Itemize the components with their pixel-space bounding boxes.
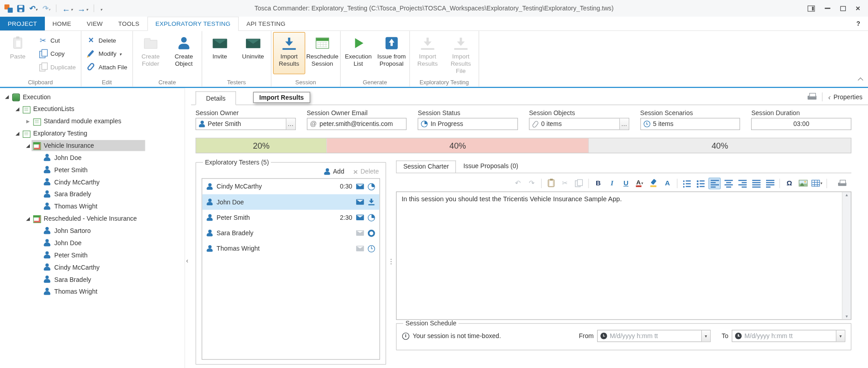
tester-status-icon[interactable]	[368, 245, 375, 252]
cut-icon[interactable]: ✂	[559, 177, 571, 189]
undo-icon[interactable]: ↶	[512, 177, 524, 189]
tree-node[interactable]: John Doe	[0, 237, 184, 249]
panel-splitter[interactable]	[386, 159, 396, 364]
dropdown-button[interactable]	[701, 330, 710, 341]
copy-button[interactable]: Copy	[35, 47, 79, 60]
bold-icon[interactable]: B	[592, 177, 604, 189]
tester-row[interactable]: Cindy McCarthy 0:30	[202, 179, 379, 194]
tester-row[interactable]: Peter Smith 2:30	[202, 210, 379, 225]
mail-icon[interactable]	[356, 230, 364, 236]
bullet-list-icon[interactable]	[681, 177, 693, 189]
tree-node[interactable]: Sara Bradely	[0, 273, 184, 286]
collapse-ribbon-button[interactable]	[857, 76, 864, 82]
minimize-button[interactable]	[825, 8, 830, 9]
tree-node[interactable]: Peter Smith	[0, 249, 184, 261]
scroll-up-icon[interactable]	[845, 193, 849, 197]
expander-icon[interactable]	[24, 119, 32, 124]
justify-icon[interactable]	[750, 177, 762, 189]
tree-node[interactable]: Thomas Wright	[0, 200, 184, 213]
tab-details[interactable]: Details	[196, 91, 236, 105]
attach-file-button[interactable]: Attach File	[83, 60, 130, 73]
session-owner-input[interactable]: Peter Smith	[196, 118, 296, 130]
expander-icon[interactable]	[24, 216, 32, 221]
align-right-icon[interactable]	[736, 177, 748, 189]
expander-icon[interactable]	[14, 131, 21, 136]
import-results-file-button[interactable]: Import Results File	[445, 32, 477, 77]
tree-node[interactable]: Peter Smith	[0, 164, 184, 176]
session-objects-input[interactable]: 0 items	[529, 118, 629, 130]
tab-project[interactable]: PROJECT	[0, 17, 45, 31]
schedule-to-input[interactable]: M/d/yyyy h:mm tt	[732, 330, 845, 342]
expander-icon[interactable]	[3, 94, 10, 100]
font-color-icon[interactable]: A	[634, 177, 646, 189]
mail-icon[interactable]	[356, 184, 364, 189]
schedule-from-input[interactable]: M/d/yyyy h:mm tt	[597, 330, 711, 342]
properties-button[interactable]: Properties	[828, 93, 863, 101]
tree-node[interactable]: Cindy McCarthy	[0, 261, 184, 273]
execution-list-button[interactable]: Execution List	[342, 32, 374, 74]
charter-textarea[interactable]: In this session you should test the Tric…	[396, 192, 851, 320]
tab-session-charter[interactable]: Session Charter	[396, 160, 456, 173]
font-style-icon[interactable]: A	[661, 177, 674, 189]
mail-icon[interactable]	[356, 215, 364, 220]
modify-button[interactable]: Modify	[83, 47, 130, 60]
session-duration-input[interactable]: 03:00	[751, 118, 851, 130]
browse-button[interactable]	[286, 118, 295, 129]
tab-issue-proposals[interactable]: Issue Proposals (0)	[456, 160, 526, 173]
import-results-et-button[interactable]: Import Results	[411, 32, 444, 74]
tree-node[interactable]: Cindy McCarthy	[0, 176, 184, 188]
paste-icon[interactable]	[545, 177, 557, 189]
expander-icon[interactable]	[14, 106, 21, 111]
image-icon[interactable]	[797, 177, 809, 189]
tree-node[interactable]: Thomas Wright	[0, 286, 184, 298]
tree-node[interactable]: Rescheduled - Vehicle Insurance	[0, 213, 184, 225]
italic-icon[interactable]: I	[606, 177, 618, 189]
uninvite-button[interactable]: Uninvite	[237, 32, 269, 74]
tree-node[interactable]: John Doe	[0, 152, 184, 164]
navigate-forward-button[interactable]	[77, 4, 88, 13]
create-object-button[interactable]: Create Object	[168, 32, 200, 74]
tab-tools[interactable]: TOOLS	[111, 17, 147, 31]
issue-from-proposal-button[interactable]: Issue from Proposal	[376, 32, 408, 74]
create-folder-button[interactable]: Create Folder	[135, 32, 167, 74]
session-status-input[interactable]: In Progress	[418, 118, 518, 130]
tester-status-icon[interactable]	[368, 214, 375, 221]
add-tester-button[interactable]: Add	[324, 168, 344, 175]
paste-button[interactable]: Paste	[2, 32, 34, 74]
chevron-down-icon[interactable]	[119, 50, 121, 57]
tab-home[interactable]: HOME	[45, 17, 79, 31]
chevron-down-icon[interactable]	[70, 4, 73, 12]
numbered-list-icon[interactable]	[694, 177, 707, 189]
highlight-icon[interactable]	[647, 177, 660, 189]
cut-button[interactable]: Cut	[35, 34, 79, 46]
reschedule-session-button[interactable]: Reschedule Session	[306, 32, 338, 74]
navigate-back-button[interactable]	[62, 4, 73, 13]
copy-icon[interactable]	[573, 177, 585, 189]
chevron-down-icon[interactable]	[35, 4, 38, 12]
indent-icon[interactable]	[764, 177, 776, 189]
tester-status-icon[interactable]	[368, 199, 375, 206]
tree-node[interactable]: ExecutionLists	[0, 103, 184, 115]
dock-panel-icon[interactable]	[807, 5, 815, 11]
undo-button[interactable]	[29, 4, 38, 12]
expander-icon[interactable]	[24, 143, 32, 148]
help-button[interactable]: ?	[849, 17, 868, 31]
tree-node[interactable]: Exploratory Testing	[0, 127, 184, 140]
tab-api-testing[interactable]: API TESTING	[239, 17, 293, 31]
mail-icon[interactable]	[356, 246, 364, 251]
redo-icon[interactable]: ↷	[526, 177, 538, 189]
tree-node[interactable]: John Sartoro	[0, 225, 184, 237]
mail-icon[interactable]	[356, 199, 364, 205]
vertical-scrollbar[interactable]	[842, 192, 851, 320]
scroll-down-icon[interactable]	[845, 315, 849, 319]
close-button[interactable]	[856, 5, 860, 12]
symbol-icon[interactable]: Ω	[783, 177, 796, 189]
dropdown-button[interactable]	[836, 330, 845, 341]
table-icon[interactable]	[811, 177, 823, 189]
redo-button[interactable]	[42, 4, 50, 12]
tester-row[interactable]: Thomas Wright	[202, 241, 379, 256]
session-owner-email-input[interactable]: peter.smith@tricentis.com	[307, 118, 407, 130]
tester-row[interactable]: John Doe	[202, 194, 379, 210]
align-left-icon[interactable]	[709, 177, 721, 189]
tester-status-icon[interactable]	[368, 229, 375, 237]
